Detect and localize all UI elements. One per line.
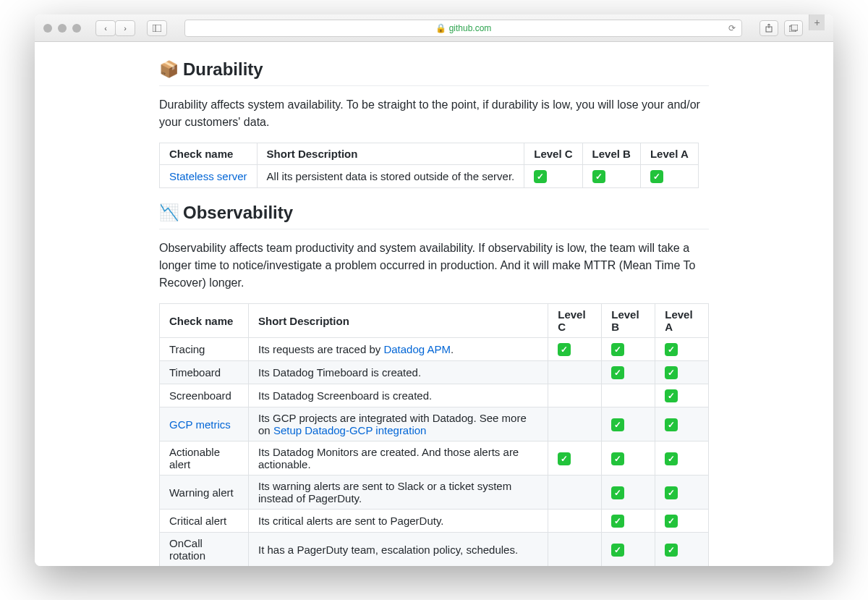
level-cell: ✓: [602, 533, 655, 567]
check-icon: ✓: [558, 343, 571, 356]
desc-link[interactable]: Datadog APM: [383, 343, 451, 355]
check-name-cell: Critical alert: [160, 510, 249, 533]
svg-rect-0: [153, 25, 161, 32]
check-icon: ✓: [665, 389, 678, 402]
level-cell: [548, 407, 602, 441]
check-desc-cell: Its critical alerts are sent to PagerDut…: [249, 510, 548, 533]
address-bar[interactable]: 🔒 github.com ⟳: [184, 20, 742, 37]
level-cell: ✓: [655, 361, 709, 384]
level-cell: ✓: [640, 165, 698, 188]
minimize-window-button[interactable]: [58, 24, 67, 33]
lock-icon: 🔒: [435, 23, 446, 33]
check-desc-cell: Its Datadog Screenboard is created.: [249, 384, 548, 407]
check-icon: ✓: [611, 544, 624, 557]
checklist-table: Check nameShort DescriptionLevel CLevel …: [159, 143, 709, 188]
table-header: Level C: [524, 143, 582, 165]
table-header: Level B: [582, 143, 640, 165]
level-cell: ✓: [655, 510, 709, 533]
check-icon: ✓: [665, 452, 678, 465]
zoom-window-button[interactable]: [72, 24, 81, 33]
table-header: Level A: [640, 143, 698, 165]
level-cell: ✓: [655, 338, 709, 361]
table-row: TracingIts requests are traced by Datado…: [160, 338, 709, 361]
level-cell: [548, 476, 602, 510]
check-desc-cell: It has a PagerDuty team, escalation poli…: [249, 533, 548, 567]
level-cell: ✓: [582, 165, 640, 188]
check-name-cell: Tracing: [160, 338, 249, 361]
section-heading: 📦 Durability: [159, 59, 709, 86]
table-header: Check name: [160, 304, 249, 338]
checklist-table: Check nameShort DescriptionLevel CLevel …: [159, 303, 709, 566]
check-icon: ✓: [534, 170, 547, 183]
level-cell: ✓: [602, 441, 655, 476]
table-row: OnCall rotationIt has a PagerDuty team, …: [160, 533, 709, 567]
forward-button[interactable]: ›: [115, 20, 135, 36]
table-header: Short Description: [257, 143, 524, 165]
level-cell: ✓: [655, 441, 709, 476]
table-row: Warning alertIts warning alerts are sent…: [160, 476, 709, 510]
level-cell: ✓: [602, 476, 655, 510]
new-tab-button[interactable]: +: [809, 14, 825, 30]
check-icon: ✓: [611, 452, 624, 465]
titlebar: ‹ › 🔒 github.com ⟳ +: [35, 14, 833, 42]
check-desc-cell: Its requests are traced by Datadog APM.: [249, 338, 548, 361]
check-icon: ✓: [592, 170, 605, 183]
level-cell: ✓: [548, 441, 602, 476]
table-header: Short Description: [249, 304, 548, 338]
check-name-link[interactable]: GCP metrics: [169, 418, 231, 431]
svg-rect-5: [791, 25, 798, 30]
check-icon: ✓: [611, 366, 624, 379]
check-icon: ✓: [665, 418, 678, 431]
section-description: Durability affects system availability. …: [159, 96, 709, 131]
check-desc-cell: All its persistent data is stored outsid…: [257, 165, 524, 188]
check-icon: ✓: [611, 418, 624, 431]
close-window-button[interactable]: [43, 24, 52, 33]
check-icon: ✓: [665, 515, 678, 528]
table-row: TimeboardIts Datadog Timeboard is create…: [160, 361, 709, 384]
level-cell: ✓: [602, 361, 655, 384]
section-description: Observability affects team productivity …: [159, 240, 709, 292]
table-row: Actionable alertIts Datadog Monitors are…: [160, 441, 709, 476]
check-name-cell: Screenboard: [160, 384, 249, 407]
table-row: Critical alertIts critical alerts are se…: [160, 510, 709, 533]
sidebar-toggle-button[interactable]: [147, 20, 167, 36]
check-name-cell: Warning alert: [160, 476, 249, 510]
back-button[interactable]: ‹: [95, 20, 116, 36]
level-cell: ✓: [548, 338, 602, 361]
level-cell: ✓: [655, 476, 709, 510]
level-cell: ✓: [602, 407, 655, 441]
check-icon: ✓: [665, 544, 678, 557]
table-row: Stateless serverAll its persistent data …: [160, 165, 699, 188]
page-content: 📦 DurabilityDurability affects system av…: [35, 42, 833, 566]
check-icon: ✓: [665, 486, 678, 499]
share-button[interactable]: [760, 20, 778, 36]
section-emoji: 📉: [159, 203, 179, 222]
table-header: Level A: [655, 304, 709, 338]
check-desc-cell: Its Datadog Timeboard is created.: [249, 361, 548, 384]
check-icon: ✓: [611, 515, 624, 528]
table-row: GCP metricsIts GCP projects are integrat…: [160, 407, 709, 441]
desc-link[interactable]: Setup Datadog-GCP integration: [273, 424, 427, 436]
reload-button[interactable]: ⟳: [728, 23, 736, 33]
level-cell: [548, 384, 602, 407]
check-desc-cell: Its warning alerts are sent to Slack or …: [249, 476, 548, 510]
table-row: ScreenboardIts Datadog Screenboard is cr…: [160, 384, 709, 407]
check-name-cell: Actionable alert: [160, 441, 249, 476]
check-desc-cell: Its Datadog Monitors are created. And th…: [249, 441, 548, 476]
tabs-button[interactable]: [784, 20, 803, 36]
table-header: Check name: [160, 143, 258, 165]
check-icon: ✓: [611, 486, 624, 499]
level-cell: ✓: [655, 384, 709, 407]
check-name-cell: OnCall rotation: [160, 533, 249, 567]
level-cell: ✓: [602, 510, 655, 533]
check-name-cell: Timeboard: [160, 361, 249, 384]
toolbar-right: [760, 20, 803, 36]
check-icon: ✓: [665, 343, 678, 356]
check-name-cell: Stateless server: [160, 165, 258, 188]
check-icon: ✓: [611, 343, 624, 356]
window-controls: [43, 24, 81, 33]
level-cell: [548, 533, 602, 567]
check-name-cell: GCP metrics: [160, 407, 249, 441]
check-name-link[interactable]: Stateless server: [169, 170, 247, 182]
check-icon: ✓: [558, 452, 571, 465]
